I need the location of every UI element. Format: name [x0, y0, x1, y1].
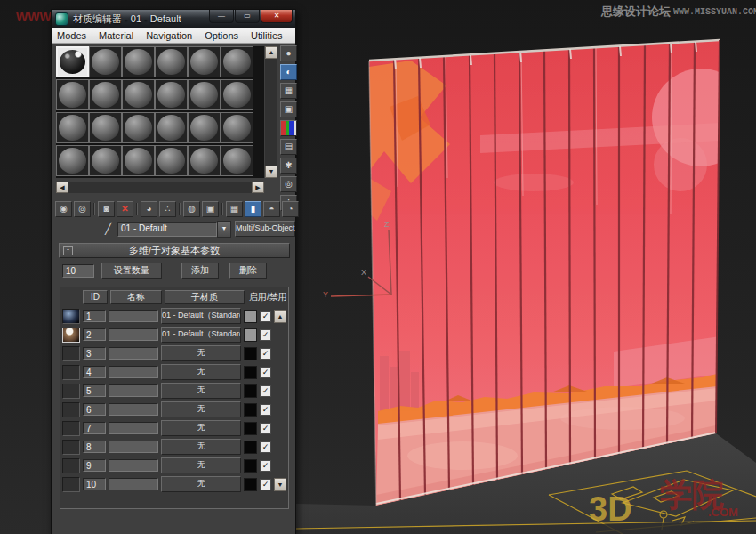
make-material-copy-icon[interactable]: ◕: [141, 201, 157, 217]
palette-scroll-up-button[interactable]: ▲: [265, 46, 277, 59]
enable-checkbox[interactable]: ✓: [260, 367, 271, 378]
material-slot[interactable]: [89, 46, 122, 77]
menu-utilities[interactable]: Utilities: [251, 30, 282, 41]
name-field[interactable]: [109, 459, 158, 472]
material-slot[interactable]: [122, 79, 155, 110]
material-slot[interactable]: [56, 145, 89, 176]
enable-checkbox[interactable]: ✓: [260, 311, 271, 322]
color-swatch[interactable]: [244, 328, 257, 342]
material-slot[interactable]: [56, 79, 89, 110]
color-swatch[interactable]: [244, 403, 257, 417]
color-swatch[interactable]: [244, 478, 257, 491]
submaterial-button[interactable]: 01 - Default（Standard）: [161, 308, 241, 324]
header-name[interactable]: 名称: [110, 290, 162, 304]
backlight-icon[interactable]: ◐: [280, 64, 297, 80]
enable-checkbox[interactable]: ✓: [260, 404, 271, 416]
material-slot[interactable]: [155, 46, 188, 77]
make-unique-icon[interactable]: ∴: [159, 201, 176, 217]
add-button[interactable]: 添加: [181, 263, 219, 279]
palette-scroll-down-button[interactable]: ▼: [265, 166, 277, 178]
material-slot[interactable]: [155, 112, 188, 143]
submaterial-preview[interactable]: [62, 384, 80, 399]
name-field[interactable]: [109, 347, 158, 360]
submaterial-preview[interactable]: [62, 309, 80, 324]
menu-modes[interactable]: Modes: [57, 30, 86, 41]
submaterial-button[interactable]: 无: [161, 439, 241, 455]
material-slot[interactable]: [122, 46, 155, 77]
submaterial-button[interactable]: 无: [161, 457, 241, 473]
slatted-wall-object[interactable]: [369, 40, 750, 506]
color-swatch[interactable]: [244, 441, 257, 454]
material-name-field[interactable]: 01 - Default: [117, 222, 217, 237]
material-slot[interactable]: [155, 145, 188, 176]
submaterial-button[interactable]: 无: [161, 420, 241, 436]
name-field[interactable]: [109, 310, 158, 322]
submaterial-button[interactable]: 无: [161, 345, 241, 361]
color-swatch[interactable]: [244, 384, 257, 398]
material-slot-selected[interactable]: [56, 46, 89, 77]
submaterial-preview[interactable]: [62, 365, 80, 380]
show-map-in-viewport-icon[interactable]: ▦: [226, 201, 243, 217]
submaterial-preview[interactable]: [62, 328, 80, 343]
material-slot[interactable]: [188, 46, 221, 77]
name-field[interactable]: [109, 441, 158, 453]
submaterial-preview[interactable]: [62, 346, 80, 361]
enable-checkbox[interactable]: ✓: [260, 348, 271, 360]
reset-map-icon[interactable]: ✕: [117, 201, 133, 217]
material-name-dropdown-arrow[interactable]: ▼: [217, 221, 231, 238]
menu-navigation[interactable]: Navigation: [146, 30, 192, 41]
color-swatch[interactable]: [244, 366, 257, 379]
material-id-channel-icon[interactable]: ▣: [202, 201, 219, 217]
delete-button[interactable]: 删除: [229, 263, 267, 279]
material-slot[interactable]: [221, 79, 253, 110]
go-forward-to-sibling-icon[interactable]: ◔: [282, 201, 299, 217]
show-end-result-icon[interactable]: ▮: [245, 201, 261, 217]
palette-scroll-right-button[interactable]: ▶: [252, 182, 264, 193]
pick-material-eyedropper-icon[interactable]: ╱: [105, 222, 117, 235]
material-slot[interactable]: [221, 145, 253, 176]
options-icon[interactable]: ✱: [280, 158, 297, 174]
material-slot[interactable]: [56, 112, 89, 143]
rollout-header[interactable]: - 多维/子对象基本参数: [59, 243, 290, 258]
color-swatch[interactable]: [244, 310, 257, 323]
enable-checkbox[interactable]: ✓: [260, 423, 271, 434]
header-sub-material[interactable]: 子材质: [165, 290, 245, 304]
material-slot[interactable]: [221, 46, 253, 77]
color-swatch[interactable]: [244, 422, 257, 435]
material-slot[interactable]: [188, 112, 221, 143]
material-slot[interactable]: [188, 145, 221, 176]
close-button[interactable]: ✕: [261, 10, 293, 23]
titlebar[interactable]: 材质编辑器 - 01 - Default — ▭ ✕: [52, 10, 295, 28]
enable-checkbox[interactable]: ✓: [260, 479, 271, 490]
enable-checkbox[interactable]: ✓: [260, 460, 271, 472]
submaterial-button[interactable]: 01 - Default（Standard）: [161, 327, 241, 343]
rollout-collapse-icon[interactable]: -: [63, 246, 73, 255]
submaterial-preview[interactable]: [62, 458, 80, 473]
submaterial-preview[interactable]: [62, 402, 80, 417]
color-swatch[interactable]: [244, 347, 257, 360]
submaterial-preview[interactable]: [62, 477, 80, 492]
go-to-parent-icon[interactable]: ◓: [263, 201, 280, 217]
enable-checkbox[interactable]: ✓: [260, 329, 271, 341]
assign-material-to-selection-icon[interactable]: ◙: [98, 201, 115, 217]
material-slot[interactable]: [89, 79, 122, 110]
name-field[interactable]: [109, 384, 158, 397]
name-field[interactable]: [109, 422, 158, 434]
maximize-button[interactable]: ▭: [235, 10, 260, 23]
get-material-icon[interactable]: ◉: [55, 201, 72, 217]
submaterial-button[interactable]: 无: [161, 364, 241, 380]
material-slot[interactable]: [221, 112, 253, 143]
enable-checkbox[interactable]: ✓: [260, 385, 271, 397]
palette-vertical-scrollbar[interactable]: [265, 46, 277, 178]
material-slot[interactable]: [155, 79, 188, 110]
material-count-field[interactable]: 10: [62, 264, 94, 278]
table-scroll-down-button[interactable]: ▼: [274, 478, 286, 491]
name-field[interactable]: [109, 478, 158, 490]
material-slot[interactable]: [89, 145, 122, 176]
submaterial-preview[interactable]: [62, 440, 80, 455]
minimize-button[interactable]: —: [209, 10, 234, 23]
put-to-library-icon[interactable]: ◍: [183, 201, 200, 217]
background-icon[interactable]: ▦: [280, 83, 297, 99]
palette-horizontal-scrollbar[interactable]: [56, 182, 264, 193]
submaterial-button[interactable]: 无: [161, 476, 241, 492]
